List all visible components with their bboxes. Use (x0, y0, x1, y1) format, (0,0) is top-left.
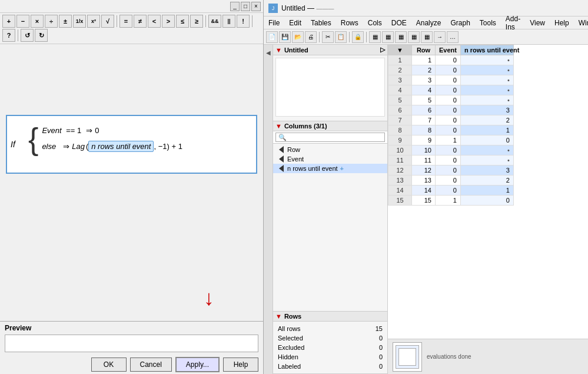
column-item-row[interactable]: Row (273, 145, 387, 154)
neq-button[interactable]: ≠ (134, 15, 147, 28)
menu-analyze[interactable]: Analyze (411, 18, 446, 28)
toolbar-btn-8[interactable]: ▦ (395, 31, 407, 43)
toolbar-btn-2[interactable]: 💾 (279, 31, 291, 43)
cell-event[interactable]: 0 (436, 55, 461, 65)
cell-row[interactable]: 6 (412, 105, 436, 115)
cell-row[interactable]: 5 (412, 95, 436, 105)
minimize-button[interactable]: _ (230, 2, 240, 11)
menu-tables[interactable]: Tables (306, 18, 336, 28)
toolbar-btn-4[interactable]: 🖨 (305, 31, 317, 43)
help-info-button[interactable]: ? (2, 29, 15, 42)
menu-file[interactable]: File (264, 18, 284, 28)
gte-button[interactable]: ≥ (190, 15, 203, 28)
cell-event[interactable]: 0 (436, 166, 461, 176)
expand-icon[interactable]: ▷ (380, 46, 385, 54)
columns-search-input[interactable] (275, 133, 385, 142)
header-nrows[interactable]: n rows until event (460, 45, 513, 55)
cell-row[interactable]: 2 (412, 65, 436, 75)
cell-nrows[interactable]: 2 (460, 176, 513, 186)
menu-cols[interactable]: Cols (363, 18, 387, 28)
header-selector[interactable]: ▼ (388, 45, 412, 55)
table-thumbnail[interactable] (393, 342, 422, 372)
cell-nrows[interactable]: • (460, 155, 513, 166)
data-grid-scroll[interactable]: ▼ Row Event n rows until event 110•220•3… (388, 45, 588, 339)
cell-nrows[interactable]: • (460, 75, 513, 85)
cell-row[interactable]: 10 (412, 145, 436, 155)
cancel-button[interactable]: Cancel (130, 358, 172, 372)
cell-event[interactable]: 0 (436, 176, 461, 186)
cell-row[interactable]: 1 (412, 55, 436, 65)
cell-row[interactable]: 3 (412, 75, 436, 85)
cell-row[interactable]: 15 (412, 196, 436, 206)
cell-nrows[interactable]: 0 (460, 135, 513, 145)
cell-event[interactable]: 0 (436, 155, 461, 166)
toolbar-cut[interactable]: ✂ (322, 31, 334, 43)
cell-row[interactable]: 8 (412, 125, 436, 135)
toolbar-btn-6[interactable]: ▦ (369, 31, 381, 43)
cell-event[interactable]: 1 (436, 196, 461, 206)
toolbar-btn-3[interactable]: 📂 (292, 31, 304, 43)
cell-event[interactable]: 0 (436, 125, 461, 135)
lte-button[interactable]: ≤ (176, 15, 189, 28)
plusminus-button[interactable]: ± (59, 15, 72, 28)
cell-event[interactable]: 0 (436, 95, 461, 105)
toolbar-btn-7[interactable]: ▦ (382, 31, 394, 43)
cell-row[interactable]: 14 (412, 186, 436, 196)
cell-nrows[interactable]: 0 (460, 196, 513, 206)
not-button[interactable]: ! (237, 15, 250, 28)
cell-event[interactable]: 0 (436, 186, 461, 196)
ok-button[interactable]: OK (91, 358, 127, 372)
sqrt-button[interactable]: √ (101, 15, 114, 28)
inverse-button[interactable]: 1/x (73, 15, 86, 28)
formula-box[interactable]: If { Event == 1 ⇒ 0 else ⇒ Lag ( n rows … (6, 115, 257, 174)
multiply-button[interactable]: × (31, 15, 44, 28)
cell-nrows[interactable]: 1 (460, 125, 513, 135)
cell-event[interactable]: 0 (436, 85, 461, 95)
cell-row[interactable]: 7 (412, 115, 436, 125)
column-item-nrows[interactable]: n rows until event + (273, 164, 387, 173)
cell-nrows[interactable]: 3 (460, 166, 513, 176)
toolbar-btn-12[interactable]: … (447, 31, 459, 43)
redo-button[interactable]: ↻ (35, 29, 48, 42)
toolbar-btn-9[interactable]: ▦ (408, 31, 420, 43)
toolbar-btn-1[interactable]: 📄 (266, 31, 278, 43)
col-add-button[interactable]: + (340, 165, 344, 172)
help-button[interactable]: Help (223, 358, 258, 372)
cell-nrows[interactable]: • (460, 95, 513, 105)
toolbar-btn-11[interactable]: → (434, 31, 446, 43)
header-event[interactable]: Event (436, 45, 461, 55)
menu-doe[interactable]: DOE (387, 18, 411, 28)
header-row[interactable]: Row (412, 45, 436, 55)
cell-nrows[interactable]: • (460, 65, 513, 75)
cell-event[interactable]: 0 (436, 115, 461, 125)
square-button[interactable]: x² (87, 15, 100, 28)
cell-row[interactable]: 9 (412, 135, 436, 145)
cell-row[interactable]: 11 (412, 155, 436, 166)
cell-event[interactable]: 0 (436, 145, 461, 155)
menu-help[interactable]: Help (550, 18, 574, 28)
cell-event[interactable]: 1 (436, 135, 461, 145)
undo-button[interactable]: ↺ (21, 29, 34, 42)
cell-row[interactable]: 13 (412, 176, 436, 186)
cell-nrows[interactable]: 3 (460, 105, 513, 115)
cell-nrows[interactable]: 2 (460, 115, 513, 125)
cell-nrows[interactable]: • (460, 85, 513, 95)
menu-tools[interactable]: Tools (475, 18, 501, 28)
subtract-button[interactable]: − (16, 15, 29, 28)
cell-nrows[interactable]: • (460, 55, 513, 65)
menu-graph[interactable]: Graph (446, 18, 474, 28)
toolbar-copy[interactable]: 📋 (335, 31, 347, 43)
cell-row[interactable]: 12 (412, 166, 436, 176)
lt-button[interactable]: < (148, 15, 161, 28)
maximize-button[interactable]: □ (241, 2, 250, 11)
close-button[interactable]: × (251, 2, 261, 11)
eq-button[interactable]: = (119, 15, 132, 28)
toolbar-btn-5[interactable]: 🔒 (352, 31, 364, 43)
and-button[interactable]: && (208, 15, 221, 28)
or-button[interactable]: || (222, 15, 235, 28)
cell-event[interactable]: 0 (436, 105, 461, 115)
cell-event[interactable]: 0 (436, 75, 461, 85)
add-button[interactable]: + (2, 15, 15, 28)
cell-row[interactable]: 4 (412, 85, 436, 95)
cell-event[interactable]: 0 (436, 65, 461, 75)
